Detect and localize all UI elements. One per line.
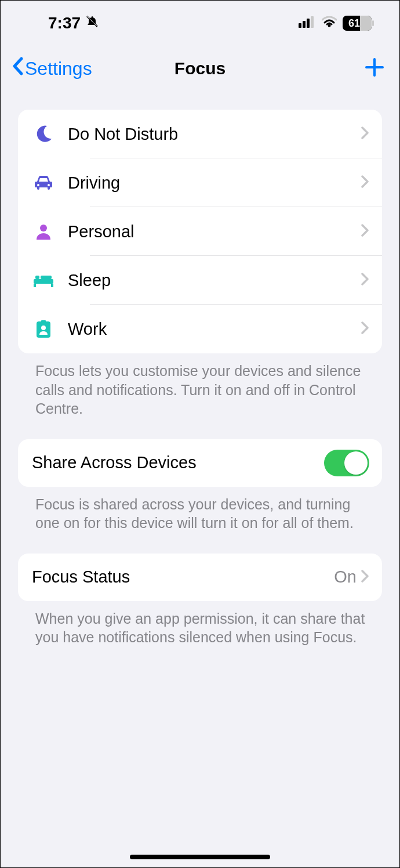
add-button[interactable] <box>365 57 384 79</box>
row-value: On <box>334 567 357 587</box>
status-left: 7:37 <box>48 14 99 32</box>
svg-point-18 <box>41 326 46 330</box>
chevron-right-icon <box>361 273 369 288</box>
status-bar: 7:37 61 <box>1 1 399 35</box>
row-label: Share Across Devices <box>32 453 324 472</box>
svg-rect-5 <box>311 16 314 28</box>
chevron-left-icon <box>11 56 25 81</box>
home-indicator[interactable] <box>130 855 270 859</box>
share-footer: Focus is shared across your devices, and… <box>1 487 399 533</box>
share-across-devices-row: Share Across Devices <box>18 439 382 487</box>
silent-icon <box>85 14 99 32</box>
bed-icon <box>32 273 55 287</box>
chevron-right-icon <box>361 224 369 239</box>
svg-rect-14 <box>51 284 53 287</box>
svg-point-9 <box>37 184 39 186</box>
back-label: Settings <box>25 58 92 79</box>
nav-bar: Settings Focus <box>1 35 399 86</box>
focus-row-personal[interactable]: Personal <box>18 207 382 256</box>
svg-rect-19 <box>41 320 46 323</box>
row-label: Do Not Disturb <box>68 125 361 144</box>
status-time: 7:37 <box>48 14 81 32</box>
focus-row-do-not-disturb[interactable]: Do Not Disturb <box>18 110 382 158</box>
focus-row-sleep[interactable]: Sleep <box>18 256 382 305</box>
focus-row-driving[interactable]: Driving <box>18 158 382 207</box>
moon-icon <box>32 125 55 143</box>
focus-status-row[interactable]: Focus Status On <box>18 554 382 601</box>
row-label: Personal <box>68 222 361 241</box>
svg-point-10 <box>48 184 50 186</box>
page-title: Focus <box>174 59 226 78</box>
badge-icon <box>32 320 55 338</box>
chevron-right-icon <box>361 126 369 142</box>
focus-modes-footer: Focus lets you customise your devices an… <box>1 353 399 418</box>
row-label: Work <box>68 320 361 339</box>
back-button[interactable]: Settings <box>11 56 92 81</box>
svg-rect-13 <box>34 284 36 287</box>
focus-status-section: Focus Status On <box>18 554 382 601</box>
person-icon <box>32 223 55 240</box>
chevron-right-icon <box>361 570 369 585</box>
row-label: Sleep <box>68 271 361 290</box>
share-toggle[interactable] <box>324 450 369 476</box>
share-section: Share Across Devices <box>18 439 382 487</box>
svg-rect-16 <box>41 276 52 279</box>
svg-rect-3 <box>303 21 306 28</box>
chevron-right-icon <box>361 321 369 337</box>
svg-point-11 <box>40 225 47 232</box>
wifi-icon <box>322 16 337 30</box>
svg-point-6 <box>328 24 331 27</box>
svg-rect-4 <box>307 19 310 28</box>
focus-modes-section: Do Not Disturb Driving Personal Sleep Wo… <box>18 110 382 353</box>
car-icon <box>32 175 55 191</box>
plus-icon <box>365 57 384 77</box>
row-label: Driving <box>68 173 361 193</box>
svg-rect-12 <box>34 279 53 284</box>
status-right: 61 <box>299 16 372 31</box>
focus-status-footer: When you give an app permission, it can … <box>1 601 399 647</box>
cellular-icon <box>299 16 316 30</box>
svg-rect-15 <box>35 276 39 279</box>
row-label: Focus Status <box>32 567 334 587</box>
chevron-right-icon <box>361 175 369 190</box>
focus-row-work[interactable]: Work <box>18 305 382 353</box>
svg-rect-2 <box>299 23 301 28</box>
battery-icon: 61 <box>343 16 372 31</box>
